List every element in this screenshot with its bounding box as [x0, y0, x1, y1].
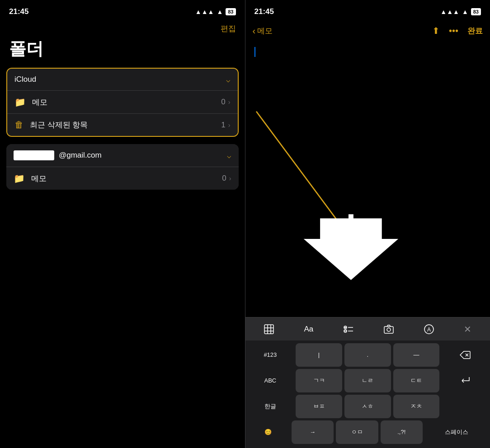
- nav-bar: ‹ 메모 ⬆ ••• 완료: [245, 20, 490, 42]
- page-title: 폴더: [0, 36, 245, 68]
- svg-rect-4: [264, 325, 273, 334]
- icloud-trash-chevron-icon: ›: [228, 121, 231, 129]
- back-chevron-icon: ‹: [253, 26, 256, 36]
- gmail-suffix: @gmail.com: [59, 151, 102, 160]
- key-backspace[interactable]: [442, 343, 488, 367]
- note-area[interactable]: [245, 42, 490, 317]
- key-pipe[interactable]: |: [296, 343, 342, 367]
- key-enter[interactable]: [442, 369, 488, 392]
- gmail-memo-label: 메모: [31, 173, 222, 184]
- icloud-memo-label: 메모: [32, 97, 221, 107]
- icloud-memo-chevron-icon: ›: [228, 98, 231, 106]
- keyboard-row-3: 한글 ㅂㅍ ㅅㅎ ㅈㅊ: [247, 395, 489, 418]
- signal-icon: ▲▲▲: [195, 8, 214, 15]
- trash-icon: 🗑: [14, 120, 24, 130]
- gmail-section: @gmail.com ⌵ 📁 메모 0 ›: [6, 144, 239, 190]
- status-icons-left: ▲▲▲ ▲ 83: [195, 8, 236, 15]
- battery-left: 83: [226, 8, 236, 15]
- nav-right-buttons: ⬆ ••• 완료: [432, 25, 483, 36]
- signal-icon-right: ▲▲▲: [440, 8, 459, 15]
- annotation-arrow: [245, 42, 490, 317]
- svg-point-17: [387, 328, 391, 331]
- key-dt[interactable]: ㄷㅌ: [393, 369, 440, 392]
- svg-marker-3: [303, 218, 398, 280]
- wifi-icon: ▲: [217, 8, 223, 15]
- edit-button-container: 편집: [0, 20, 245, 36]
- toolbar-camera-button[interactable]: [379, 322, 399, 336]
- text-cursor: [254, 47, 255, 57]
- right-panel: 21:45 ▲▲▲ ▲ 83 ‹ 메모 ⬆ ••• 완료: [245, 0, 490, 448]
- left-panel: 21:45 ▲▲▲ ▲ 83 편집 폴더 iCloud ⌵ 📁 메모 0 › 🗑…: [0, 0, 245, 448]
- edit-button[interactable]: 편집: [221, 24, 236, 33]
- key-placeholder-r3: [442, 395, 488, 418]
- key-dash[interactable]: —: [393, 343, 440, 367]
- key-arrow[interactable]: →: [292, 420, 334, 444]
- gmail-header-left: @gmail.com: [14, 150, 102, 160]
- status-bar-left: 21:45 ▲▲▲ ▲ 83: [0, 0, 245, 20]
- icloud-trash-count: 1: [221, 121, 225, 130]
- key-hangul[interactable]: 한글: [247, 395, 294, 418]
- toolbar-close-button[interactable]: ✕: [459, 322, 476, 336]
- icloud-header[interactable]: iCloud ⌵: [7, 69, 238, 90]
- keyboard-row-1: #123 | . —: [247, 343, 489, 367]
- key-gk[interactable]: ㄱㅋ: [296, 369, 342, 392]
- done-button[interactable]: 완료: [467, 26, 483, 36]
- time-left: 21:45: [9, 7, 28, 16]
- key-space[interactable]: 스페이스: [425, 420, 488, 444]
- icloud-section: iCloud ⌵ 📁 메모 0 › 🗑 최근 삭제된 항목 1 ›: [6, 68, 239, 137]
- gmail-memo-chevron-icon: ›: [229, 175, 231, 182]
- icloud-trash-label: 최근 삭제된 항목: [30, 120, 221, 130]
- status-icons-right: ▲▲▲ ▲ 83: [440, 8, 481, 15]
- key-period[interactable]: .: [344, 343, 391, 367]
- status-bar-right: 21:45 ▲▲▲ ▲ 83: [245, 0, 490, 20]
- toolbar-format-button[interactable]: Aa: [299, 323, 318, 336]
- key-emoji[interactable]: 😊: [247, 420, 289, 444]
- battery-right: 83: [471, 8, 481, 15]
- svg-marker-1: [330, 231, 371, 260]
- gmail-memo-item[interactable]: 📁 메모 0 ›: [6, 167, 239, 190]
- share-icon[interactable]: ⬆: [432, 25, 440, 36]
- key-punct[interactable]: .,?!: [381, 420, 423, 444]
- wifi-icon-right: ▲: [462, 8, 468, 15]
- key-numbers[interactable]: #123: [247, 343, 294, 367]
- svg-text:A: A: [427, 327, 431, 333]
- toolbar-table-button[interactable]: [259, 322, 279, 336]
- toolbar-pen-button[interactable]: A: [419, 322, 439, 336]
- time-right: 21:45: [254, 7, 274, 16]
- key-bp[interactable]: ㅂㅍ: [296, 395, 342, 418]
- toolbar-checklist-button[interactable]: [339, 322, 358, 336]
- icloud-title: iCloud: [14, 75, 36, 84]
- key-nr[interactable]: ㄴㄹ: [344, 369, 391, 392]
- keyboard: #123 | . — ABC ㄱㅋ ㄴㄹ ㄷㅌ: [245, 341, 490, 448]
- svg-point-15: [344, 327, 346, 328]
- keyboard-toolbar: Aa A: [245, 317, 490, 341]
- gmail-header[interactable]: @gmail.com ⌵: [6, 144, 239, 167]
- icloud-memo-count: 0: [221, 98, 225, 107]
- nav-back-button[interactable]: ‹ 메모: [253, 26, 273, 36]
- folder-icon-gmail: 📁: [14, 173, 25, 184]
- keyboard-row-4: 😊 → ㅇㅁ .,?! 스페이스: [247, 420, 489, 444]
- gmail-blur: [14, 150, 54, 160]
- gmail-memo-count: 0: [222, 174, 226, 183]
- keyboard-row-2: ABC ㄱㅋ ㄴㄹ ㄷㅌ: [247, 369, 489, 392]
- more-icon[interactable]: •••: [449, 26, 458, 36]
- key-sh[interactable]: ㅅㅎ: [344, 395, 391, 418]
- nav-back-label: 메모: [257, 26, 273, 36]
- icloud-trash-item[interactable]: 🗑 최근 삭제된 항목 1 ›: [7, 113, 238, 136]
- icloud-memo-item[interactable]: 📁 메모 0 ›: [7, 90, 238, 113]
- key-jc[interactable]: ㅈㅊ: [393, 395, 440, 418]
- key-om[interactable]: ㅇㅁ: [336, 420, 378, 444]
- icloud-chevron-icon: ⌵: [226, 75, 231, 84]
- folder-icon-1: 📁: [14, 97, 26, 107]
- gmail-chevron-icon: ⌵: [227, 151, 231, 160]
- svg-line-0: [256, 112, 351, 239]
- key-abc[interactable]: ABC: [247, 369, 294, 392]
